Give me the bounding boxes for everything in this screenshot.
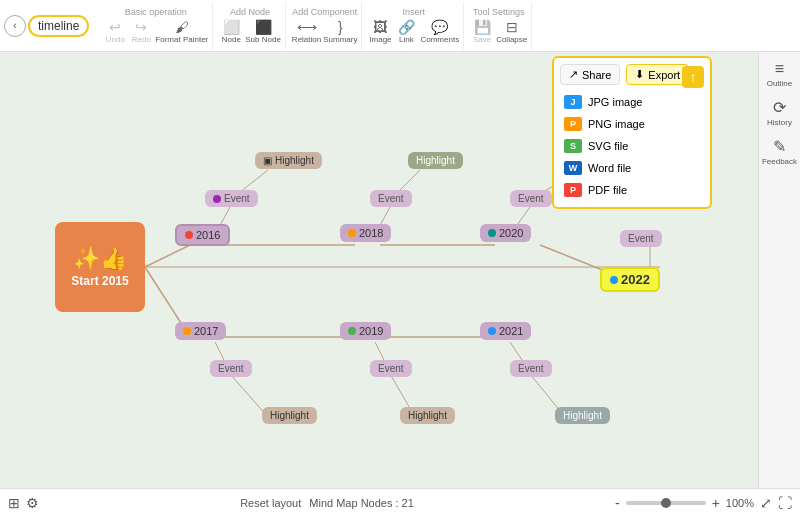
year-2021-node[interactable]: 2021 (480, 322, 531, 340)
zoom-minus-button[interactable]: - (615, 495, 620, 511)
jpg-icon: J (564, 95, 582, 109)
event-node-1[interactable]: Event (205, 190, 258, 207)
svg-line-1 (145, 245, 190, 267)
dot-icon (610, 276, 618, 284)
right-panel: ≡ Outline ⟳ History ✎ Feedback (758, 52, 800, 488)
toolbar-group-basic: Basic operation ↩ Undo ↪ Redo 🖌 Format P… (99, 2, 213, 50)
highlight-node-4[interactable]: Highlight (262, 407, 317, 424)
export-jpg-item[interactable]: J JPG image (560, 91, 704, 113)
fullscreen-button[interactable]: ⛶ (778, 495, 792, 511)
save-button[interactable]: 💾 Save (470, 19, 494, 44)
image-button[interactable]: 🖼 Image (368, 19, 392, 44)
fit-button[interactable]: ⤢ (760, 495, 772, 511)
highlight-node-1[interactable]: ▣ Highlight (255, 152, 322, 169)
zoom-handle (661, 498, 671, 508)
dot-icon (348, 229, 356, 237)
node-button[interactable]: ⬜ Node (219, 19, 243, 44)
export-button[interactable]: ⬇ Export (626, 64, 689, 85)
export-svg-item[interactable]: S SVG file (560, 135, 704, 157)
history-icon: ⟳ (773, 98, 786, 117)
pdf-icon: P (564, 183, 582, 197)
comments-button[interactable]: 💬 Comments (420, 19, 459, 44)
history-button[interactable]: ⟳ History (762, 94, 798, 131)
toolbar-group-add-node: Add Node ⬜ Node ⬛ Sub Node (215, 2, 286, 50)
highlight-icon-1: ▣ (263, 155, 272, 166)
dot-icon (213, 195, 221, 203)
relation-button[interactable]: ⟷ Relation (292, 19, 321, 44)
event-node-7[interactable]: Event (510, 360, 552, 377)
redo-button[interactable]: ↪ Redo (129, 19, 153, 44)
event-node-5[interactable]: Event (210, 360, 252, 377)
event-node-3[interactable]: Event (510, 190, 552, 207)
share-button[interactable]: ↗ Share (560, 64, 620, 85)
toolbar-group-tool-settings: Tool Settings 💾 Save ⊟ Collapse (466, 2, 532, 50)
word-icon: W (564, 161, 582, 175)
highlight-node-6[interactable]: Highlight (555, 407, 610, 424)
statusbar-right: - + 100% ⤢ ⛶ (615, 495, 792, 511)
start-node[interactable]: ✨👍 Start 2015 (55, 222, 145, 312)
event-node-6[interactable]: Event (370, 360, 412, 377)
export-arrow-icon: ↑ (682, 66, 704, 88)
year-2020-node[interactable]: 2020 (480, 224, 531, 242)
statusbar-center: Reset layout Mind Map Nodes : 21 (47, 497, 607, 509)
main-area: ✨👍 Start 2015 2016 2017 2018 2019 2020 (0, 52, 800, 488)
toolbar-group-insert: Insert 🖼 Image 🔗 Link 💬 Comments (364, 2, 464, 50)
png-icon: P (564, 117, 582, 131)
status-bar: ⊞ ⚙ Reset layout Mind Map Nodes : 21 - +… (0, 488, 800, 516)
collapse-button[interactable]: ⊟ Collapse (496, 19, 527, 44)
share-icon: ↗ (569, 68, 578, 81)
year-2018-node[interactable]: 2018 (340, 224, 391, 242)
year-2016-node[interactable]: 2016 (175, 224, 230, 246)
canvas[interactable]: ✨👍 Start 2015 2016 2017 2018 2019 2020 (0, 52, 758, 488)
export-word-item[interactable]: W Word file (560, 157, 704, 179)
year-2017-node[interactable]: 2017 (175, 322, 226, 340)
timeline-tab[interactable]: timeline (28, 15, 89, 37)
statusbar-left: ⊞ ⚙ (8, 495, 39, 511)
toolbar-group-add-component: Add Component ⟷ Relation } Summary (288, 2, 363, 50)
sub-node-button[interactable]: ⬛ Sub Node (245, 19, 281, 44)
back-button[interactable]: ‹ (4, 15, 26, 37)
summary-button[interactable]: } Summary (323, 19, 357, 44)
zoom-plus-button[interactable]: + (712, 495, 720, 511)
dot-icon (488, 327, 496, 335)
node-count-label: Mind Map Nodes : 21 (309, 497, 414, 509)
settings-icon: ⚙ (26, 495, 39, 511)
dot-icon (185, 231, 193, 239)
export-dropdown: ↗ Share ⬇ Export J JPG image P PNG image… (552, 56, 712, 209)
export-png-item[interactable]: P PNG image (560, 113, 704, 135)
svg-icon: S (564, 139, 582, 153)
zoom-value-label: 100% (726, 497, 754, 509)
year-2019-node[interactable]: 2019 (340, 322, 391, 340)
outline-button[interactable]: ≡ Outline (762, 56, 798, 92)
highlight-node-5[interactable]: Highlight (400, 407, 455, 424)
event-node-4[interactable]: Event (620, 230, 662, 247)
toolbar: ‹ timeline Basic operation ↩ Undo ↪ Redo… (0, 0, 800, 52)
zoom-slider[interactable] (626, 501, 706, 505)
outline-icon: ≡ (775, 60, 784, 78)
export-pdf-item[interactable]: P PDF file (560, 179, 704, 201)
dot-icon (183, 327, 191, 335)
feedback-button[interactable]: ✎ Feedback (762, 133, 798, 170)
grid-icon: ⊞ (8, 495, 20, 511)
dot-icon (488, 229, 496, 237)
link-button[interactable]: 🔗 Link (394, 19, 418, 44)
sparkle-icon: ✨👍 (73, 246, 127, 272)
highlight-node-2[interactable]: Highlight (408, 152, 463, 169)
year-2022-node[interactable]: 2022 (600, 267, 660, 292)
reset-layout-button[interactable]: Reset layout (240, 497, 301, 509)
undo-button[interactable]: ↩ Undo (103, 19, 127, 44)
format-painter-button[interactable]: 🖌 Format Painter (155, 19, 208, 44)
feedback-icon: ✎ (773, 137, 786, 156)
export-icon: ⬇ (635, 68, 644, 81)
dot-icon (348, 327, 356, 335)
event-node-2[interactable]: Event (370, 190, 412, 207)
